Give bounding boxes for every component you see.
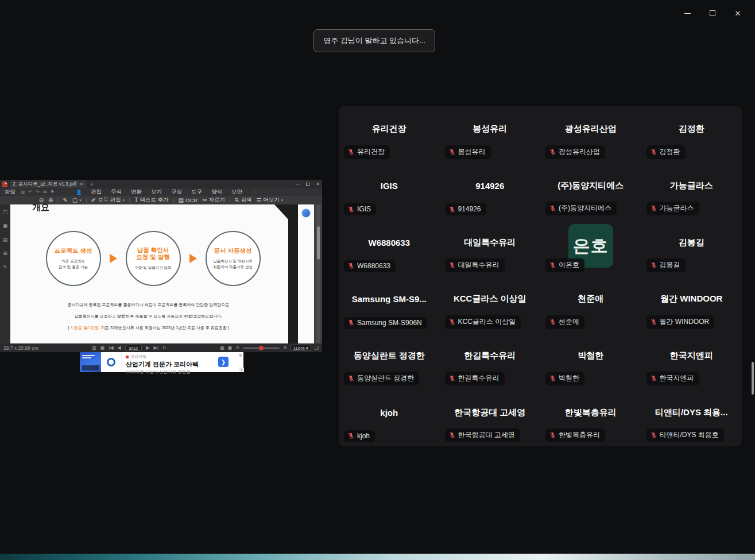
zoom-out-icon[interactable]: ⊖ [235,345,239,350]
participant-tile[interactable]: 박철한박철한 [540,333,641,390]
participant-tile[interactable]: 한길특수유리한길특수유리 [440,333,541,390]
participant-tile[interactable]: 한빛복층유리한빛복층유리 [540,389,641,446]
tool-ocr[interactable]: ▤OCR [179,197,198,203]
ad-banner[interactable]: 코리아텍 산업기계 전문가 코리아텍 1000여종 이상의 산업기계 종합몰 ❯… [80,352,243,372]
tool-edit-all[interactable]: ✐모두 편집▾ [91,196,125,204]
layout-view-icon[interactable]: ▣ [228,345,233,350]
menu-item[interactable]: 보안 [231,188,242,196]
quick-icon[interactable]: ✉ [43,190,47,195]
participant-tile[interactable]: kjohkjoh [339,389,440,446]
pdf-document-tab[interactable]: 2. 공사다큐_납..자료 v1.3.pdf ✕ [10,180,86,188]
sidebar-icon[interactable]: ▤ [3,237,8,242]
heart-icon[interactable]: ♡ [253,190,258,195]
hand-tool-icon[interactable]: ▥ [92,345,96,350]
participant-tile[interactable]: W6880633W6880633 [339,219,440,276]
meeting-scrollbar-thumb[interactable] [752,362,754,395]
zoom-in-icon[interactable]: ⊕ [283,345,287,350]
nav-last-icon[interactable]: ▶| [153,345,158,350]
mic-off-icon [347,262,355,269]
participant-label: 티앤티/DYS 최용호 [646,428,724,442]
menu-item[interactable]: 변환 [131,188,142,196]
tool-search[interactable]: ⚲검색 [235,196,251,204]
participant-tile[interactable]: 유리건장유리건장 [339,106,440,163]
participant-tile[interactable]: KCC글라스 이상일KCC글라스 이상일 [440,276,541,333]
quick-icon[interactable]: ⚑ [51,190,55,195]
minimize-button[interactable] [675,5,700,22]
quick-icon[interactable]: ↶ [29,190,33,195]
maximize-button[interactable] [700,5,725,22]
ad-dismiss-icon[interactable]: x [239,368,244,372]
ad-close-icon[interactable]: ⊗ [238,353,242,358]
nav-prev-icon[interactable]: ◀ [118,345,121,350]
tool-pen[interactable]: ✎ [63,197,67,203]
ad-next-button[interactable]: ❯ [218,357,229,367]
mic-off-icon [650,261,657,269]
maximize-icon [710,10,715,16]
rotate-icon[interactable]: ↻ [162,345,167,350]
participant-tile[interactable]: 한국항공대 고세영한국항공대 고세영 [440,389,541,446]
zoom-slider[interactable] [243,347,280,349]
tool-zoom-in[interactable]: ⊕ [48,197,53,203]
pdf-minimize-icon[interactable] [296,184,300,184]
page-scrollbar[interactable] [316,204,320,343]
nav-next-icon[interactable]: ▶ [146,345,149,350]
menu-item[interactable]: 양식 [211,188,222,196]
participant-label: IGIS [344,203,376,215]
sidebar-icon[interactable]: ▢ [3,209,8,215]
close-button[interactable]: ✕ [725,5,750,22]
menu-item[interactable]: 주석 [111,188,122,196]
participant-tile[interactable]: 광성유리산업광성유리산업 [540,106,641,163]
participant-tile[interactable]: 천준애천준애 [540,276,641,333]
new-tab-button[interactable]: + [90,181,94,187]
expand-view-icon[interactable]: ❏ [315,345,319,350]
participant-tile[interactable]: 한국지엔피한국지엔피 [641,333,742,390]
page-number-input[interactable]: 8/12 [125,345,142,351]
participant-tile[interactable]: 봉성유리봉성유리 [440,106,541,163]
quick-icon[interactable]: ↷ [36,190,40,195]
participant-tile[interactable]: 가능글라스가능글라스 [641,163,742,220]
zoom-level-select[interactable]: 116% ▾ [291,345,311,351]
menu-item[interactable]: 보기 [151,188,162,196]
speaking-toast-text: 영주 김님이 말하고 있습니다... [323,36,425,46]
tool-text-add[interactable]: T텍스트 추가 [134,196,168,204]
participant-tile[interactable]: 김정환김정환 [641,106,742,163]
sidebar-icon[interactable]: ⊞ [3,250,7,256]
floating-widget-icon[interactable] [301,208,311,218]
fit-view-icon[interactable]: ▦ [220,345,224,350]
sidebar-icon[interactable]: ▣ [3,223,8,229]
participant-tile[interactable]: 김봉길김봉길 [641,219,742,276]
pdf-statusbar: 29.7 x 20.99 cm ▥ ▣ |◀ ◀ 8/12 ▶ ▶| ↻ ▦ ▣… [0,343,322,352]
menu-item[interactable]: 구성 [171,188,182,196]
nav-first-icon[interactable]: |◀ [109,345,113,350]
toolbar-separator [129,198,130,203]
participant-tile[interactable]: 914926914926 [440,163,541,220]
menu-item[interactable]: 도구 [191,188,202,196]
menu-file[interactable]: 파일 [5,188,16,196]
select-tool-icon[interactable]: ▣ [100,345,105,350]
participant-tile[interactable]: 동양실란트 정경한동양실란트 정경한 [339,333,440,390]
participant-tile[interactable]: (주)동양지티에스(주)동양지티에스 [540,163,641,220]
pdf-maximize-icon[interactable] [306,183,309,186]
participant-tile[interactable]: Samsung SM-S9...Samsung SM-S906N [339,276,440,333]
menu-item[interactable]: 편집 [91,188,102,196]
zoom-slider-knob[interactable] [259,346,264,350]
tool-zoom-out[interactable]: ⊖ [39,197,44,203]
participant-tile[interactable]: 월간 WINDOOR월간 WINDOOR [641,276,742,333]
participant-label-text: 한국항공대 고세영 [458,430,515,440]
tool-more[interactable]: ☰더보기▾ [256,196,283,204]
pdf-close-icon[interactable]: ✕ [316,181,320,187]
participant-tile[interactable]: 티앤티/DYS 최용...티앤티/DYS 최용호 [641,389,742,446]
tab-close-icon[interactable]: ✕ [80,182,83,187]
sidebar-icon[interactable]: ✎ [3,264,7,270]
caret-down-icon: ▾ [281,198,284,203]
tool-crop[interactable]: ✂자르기 [202,196,225,204]
mic-off-icon [650,431,657,439]
mic-off-icon [448,374,456,382]
participant-tile[interactable]: 대일특수유리대일특수유리 [440,219,541,276]
note-rest: 기존 자재승인서류 사용 회원사는 2025년 1년간 무료 사용 후 유료전환… [100,326,229,330]
tool-shape[interactable]: ▢▾ [72,197,82,203]
participant-tile[interactable]: IGISIGIS [339,163,440,220]
quick-icon[interactable]: ▥ [21,190,25,195]
participant-tile[interactable]: 은호이은호 [540,219,641,276]
page-scrollbar-thumb[interactable] [317,226,320,260]
